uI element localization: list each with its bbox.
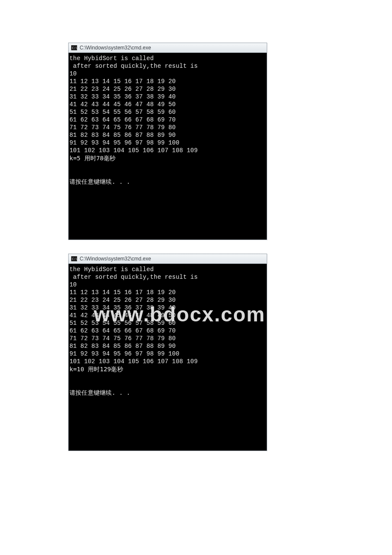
titlebar[interactable]: C:\ C:\Windows\system32\cmd.exe <box>69 43 267 53</box>
output-line-timing: k=10 用时129毫秒 <box>69 366 123 373</box>
output-line: 71 72 73 74 75 76 77 78 79 80 <box>69 335 176 342</box>
svg-text:C:\: C:\ <box>72 46 77 50</box>
output-line: 31 32 33 34 35 36 37 38 39 40 <box>69 93 176 100</box>
output-line-prompt: 请按任意键继续. . . <box>69 178 130 185</box>
page: www.bdocx.com C:\ C:\Windows\system32\cm… <box>0 0 392 555</box>
output-line: 51 52 53 54 55 56 57 58 59 60 <box>69 109 176 116</box>
output-line: 81 82 83 84 85 86 87 88 89 90 <box>69 132 176 139</box>
terminal-output-2: the HybidSort is called after sorted qui… <box>69 264 267 451</box>
window-title: C:\Windows\system32\cmd.exe <box>80 256 151 262</box>
output-line: 51 52 53 54 55 56 57 58 59 60 <box>69 320 176 327</box>
output-line: 61 62 63 64 65 66 67 68 69 70 <box>69 116 176 123</box>
output-line: after sorted quickly,the result is <box>69 274 198 280</box>
output-line: after sorted quickly,the result is <box>69 63 198 69</box>
output-line: 10 <box>69 70 77 77</box>
output-line-timing: k=5 用时78毫秒 <box>69 155 116 162</box>
output-line: 81 82 83 84 85 86 87 88 89 90 <box>69 343 176 350</box>
titlebar[interactable]: C:\ C:\Windows\system32\cmd.exe <box>69 254 267 264</box>
output-line-prompt: 请按任意键继续. . . <box>69 389 130 396</box>
output-line: 41 42 43 44 45 46 47 48 49 50 <box>69 101 176 108</box>
output-line: 91 92 93 94 95 96 97 98 99 100 <box>69 350 179 357</box>
output-line: 31 32 33 34 35 36 37 38 39 40 <box>69 304 176 311</box>
cmd-window-2: C:\ C:\Windows\system32\cmd.exe the Hybi… <box>68 254 267 451</box>
cmd-icon: C:\ <box>71 45 77 50</box>
output-line: 101 102 103 104 105 106 107 108 109 <box>69 358 198 365</box>
output-line: 11 12 13 14 15 16 17 18 19 20 <box>69 78 176 85</box>
output-line: 61 62 63 64 65 66 67 68 69 70 <box>69 327 176 334</box>
output-line: 101 102 103 104 105 106 107 108 109 <box>69 147 198 154</box>
cmd-icon: C:\ <box>71 256 77 261</box>
svg-text:C:\: C:\ <box>72 257 77 261</box>
output-line: the HybidSort is called <box>69 55 154 62</box>
output-line: 91 92 93 94 95 96 97 98 99 100 <box>69 139 179 146</box>
output-line: 10 <box>69 281 77 288</box>
output-line: the HybidSort is called <box>69 266 154 273</box>
terminal-output-1: the HybidSort is called after sorted qui… <box>69 53 267 240</box>
cmd-window-1: C:\ C:\Windows\system32\cmd.exe the Hybi… <box>68 43 267 240</box>
window-title: C:\Windows\system32\cmd.exe <box>80 45 151 51</box>
output-line: 41 42 43 44 45 46 47 48 49 50 <box>69 312 176 319</box>
output-line: 71 72 73 74 75 76 77 78 79 80 <box>69 124 176 131</box>
output-line: 11 12 13 14 15 16 17 18 19 20 <box>69 289 176 296</box>
output-line: 21 22 23 24 25 26 27 28 29 30 <box>69 86 176 92</box>
output-line: 21 22 23 24 25 26 27 28 29 30 <box>69 297 176 304</box>
